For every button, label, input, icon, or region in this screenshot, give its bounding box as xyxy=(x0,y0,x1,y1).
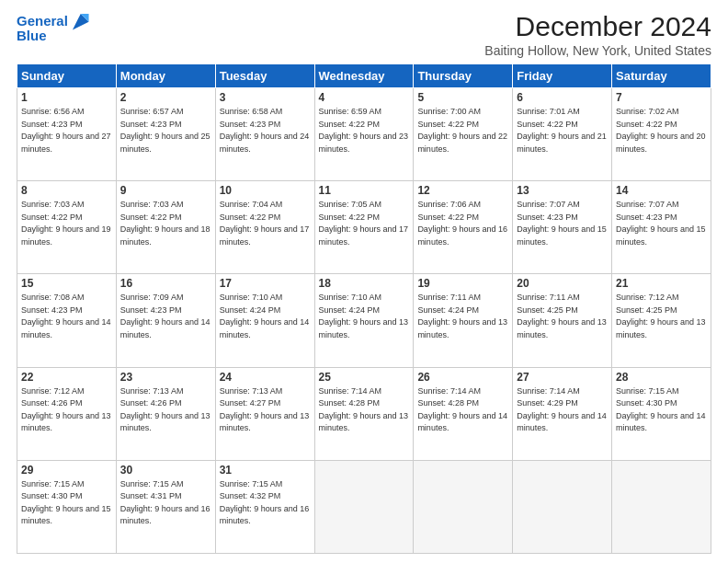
day-number: 10 xyxy=(220,184,311,197)
calendar-cell: 18Sunrise: 7:10 AMSunset: 4:24 PMDayligh… xyxy=(314,274,414,367)
calendar-table: SundayMondayTuesdayWednesdayThursdayFrid… xyxy=(17,63,711,554)
calendar-cell: 5Sunrise: 7:00 AMSunset: 4:22 PMDaylight… xyxy=(414,88,513,181)
calendar-cell: 16Sunrise: 7:09 AMSunset: 4:23 PMDayligh… xyxy=(116,274,215,367)
title-block: December 2024 Baiting Hollow, New York, … xyxy=(484,11,711,58)
day-info: Sunrise: 7:10 AMSunset: 4:24 PMDaylight:… xyxy=(319,292,410,341)
day-number: 3 xyxy=(220,91,311,104)
main-title: December 2024 xyxy=(484,11,711,41)
day-info: Sunrise: 7:15 AMSunset: 4:30 PMDaylight:… xyxy=(616,385,707,435)
calendar-cell: 4Sunrise: 6:59 AMSunset: 4:22 PMDaylight… xyxy=(314,88,414,181)
day-info: Sunrise: 6:59 AMSunset: 4:22 PMDaylight:… xyxy=(319,106,410,155)
day-info: Sunrise: 7:11 AMSunset: 4:24 PMDaylight:… xyxy=(417,292,508,341)
col-header-tuesday: Tuesday xyxy=(215,64,314,88)
day-number: 22 xyxy=(21,371,112,384)
calendar-cell: 22Sunrise: 7:12 AMSunset: 4:26 PMDayligh… xyxy=(17,367,117,460)
day-info: Sunrise: 7:15 AMSunset: 4:30 PMDaylight:… xyxy=(21,478,112,528)
calendar-cell: 15Sunrise: 7:08 AMSunset: 4:23 PMDayligh… xyxy=(17,274,117,367)
logo: General Blue xyxy=(17,11,90,44)
col-header-friday: Friday xyxy=(513,64,612,88)
day-number: 19 xyxy=(417,277,508,290)
calendar-cell: 17Sunrise: 7:10 AMSunset: 4:24 PMDayligh… xyxy=(215,274,314,367)
day-info: Sunrise: 7:03 AMSunset: 4:22 PMDaylight:… xyxy=(21,199,112,248)
calendar-cell: 8Sunrise: 7:03 AMSunset: 4:22 PMDaylight… xyxy=(17,181,117,274)
col-header-sunday: Sunday xyxy=(17,64,117,88)
day-info: Sunrise: 7:15 AMSunset: 4:32 PMDaylight:… xyxy=(220,478,311,528)
header: General Blue December 2024 Baiting Hollo… xyxy=(17,11,711,58)
day-info: Sunrise: 7:02 AMSunset: 4:22 PMDaylight:… xyxy=(616,106,707,155)
calendar-cell: 3Sunrise: 6:58 AMSunset: 4:23 PMDaylight… xyxy=(215,88,314,181)
day-number: 13 xyxy=(517,184,608,197)
col-header-wednesday: Wednesday xyxy=(314,64,414,88)
day-info: Sunrise: 7:14 AMSunset: 4:28 PMDaylight:… xyxy=(319,385,410,435)
day-number: 26 xyxy=(417,371,508,384)
day-number: 8 xyxy=(21,184,112,197)
day-info: Sunrise: 7:06 AMSunset: 4:22 PMDaylight:… xyxy=(417,199,508,248)
calendar-cell: 7Sunrise: 7:02 AMSunset: 4:22 PMDaylight… xyxy=(612,88,711,181)
calendar-cell: 2Sunrise: 6:57 AMSunset: 4:23 PMDaylight… xyxy=(116,88,215,181)
day-number: 24 xyxy=(220,371,311,384)
day-number: 21 xyxy=(616,277,707,290)
day-number: 25 xyxy=(319,371,410,384)
day-number: 28 xyxy=(616,371,707,384)
day-number: 18 xyxy=(319,277,410,290)
calendar-cell: 26Sunrise: 7:14 AMSunset: 4:28 PMDayligh… xyxy=(414,367,513,460)
day-info: Sunrise: 7:13 AMSunset: 4:26 PMDaylight:… xyxy=(120,385,211,435)
day-number: 12 xyxy=(417,184,508,197)
day-info: Sunrise: 7:07 AMSunset: 4:23 PMDaylight:… xyxy=(517,199,608,248)
calendar-cell: 11Sunrise: 7:05 AMSunset: 4:22 PMDayligh… xyxy=(314,181,414,274)
day-info: Sunrise: 7:15 AMSunset: 4:31 PMDaylight:… xyxy=(120,478,211,528)
col-header-monday: Monday xyxy=(116,64,215,88)
calendar-cell: 30Sunrise: 7:15 AMSunset: 4:31 PMDayligh… xyxy=(116,460,215,553)
day-info: Sunrise: 7:14 AMSunset: 4:29 PMDaylight:… xyxy=(517,385,608,435)
day-number: 27 xyxy=(517,371,608,384)
calendar-cell: 27Sunrise: 7:14 AMSunset: 4:29 PMDayligh… xyxy=(513,367,612,460)
calendar-cell: 1Sunrise: 6:56 AMSunset: 4:23 PMDaylight… xyxy=(17,88,117,181)
calendar-cell: 13Sunrise: 7:07 AMSunset: 4:23 PMDayligh… xyxy=(513,181,612,274)
calendar-cell xyxy=(513,460,612,553)
calendar-cell: 23Sunrise: 7:13 AMSunset: 4:26 PMDayligh… xyxy=(116,367,215,460)
day-number: 1 xyxy=(21,91,112,104)
calendar-cell: 9Sunrise: 7:03 AMSunset: 4:22 PMDaylight… xyxy=(116,181,215,274)
day-info: Sunrise: 7:01 AMSunset: 4:22 PMDaylight:… xyxy=(517,106,608,155)
calendar-cell xyxy=(314,460,414,553)
day-info: Sunrise: 6:57 AMSunset: 4:23 PMDaylight:… xyxy=(120,106,211,155)
day-number: 4 xyxy=(319,91,410,104)
day-number: 20 xyxy=(517,277,608,290)
calendar-cell: 24Sunrise: 7:13 AMSunset: 4:27 PMDayligh… xyxy=(215,367,314,460)
day-number: 15 xyxy=(21,277,112,290)
day-info: Sunrise: 7:10 AMSunset: 4:24 PMDaylight:… xyxy=(220,292,311,341)
day-info: Sunrise: 7:03 AMSunset: 4:22 PMDaylight:… xyxy=(120,199,211,248)
day-info: Sunrise: 7:07 AMSunset: 4:23 PMDaylight:… xyxy=(616,199,707,248)
day-number: 29 xyxy=(21,464,112,477)
day-info: Sunrise: 7:05 AMSunset: 4:22 PMDaylight:… xyxy=(319,199,410,248)
day-number: 14 xyxy=(616,184,707,197)
day-info: Sunrise: 6:56 AMSunset: 4:23 PMDaylight:… xyxy=(21,106,112,155)
day-number: 9 xyxy=(120,184,211,197)
day-number: 7 xyxy=(616,91,707,104)
day-info: Sunrise: 7:04 AMSunset: 4:22 PMDaylight:… xyxy=(220,199,311,248)
day-number: 6 xyxy=(517,91,608,104)
calendar-cell: 29Sunrise: 7:15 AMSunset: 4:30 PMDayligh… xyxy=(17,460,117,553)
day-number: 31 xyxy=(220,464,311,477)
day-number: 30 xyxy=(120,464,211,477)
calendar-cell: 21Sunrise: 7:12 AMSunset: 4:25 PMDayligh… xyxy=(612,274,711,367)
calendar-cell xyxy=(612,460,711,553)
day-info: Sunrise: 7:12 AMSunset: 4:25 PMDaylight:… xyxy=(616,292,707,341)
day-number: 5 xyxy=(417,91,508,104)
calendar-cell: 12Sunrise: 7:06 AMSunset: 4:22 PMDayligh… xyxy=(414,181,513,274)
day-info: Sunrise: 7:14 AMSunset: 4:28 PMDaylight:… xyxy=(417,385,508,435)
day-number: 16 xyxy=(120,277,211,290)
day-number: 23 xyxy=(120,371,211,384)
calendar-cell: 20Sunrise: 7:11 AMSunset: 4:25 PMDayligh… xyxy=(513,274,612,367)
page: General Blue December 2024 Baiting Hollo… xyxy=(0,0,728,563)
calendar-cell: 25Sunrise: 7:14 AMSunset: 4:28 PMDayligh… xyxy=(314,367,414,460)
calendar-cell: 10Sunrise: 7:04 AMSunset: 4:22 PMDayligh… xyxy=(215,181,314,274)
calendar-cell: 14Sunrise: 7:07 AMSunset: 4:23 PMDayligh… xyxy=(612,181,711,274)
day-info: Sunrise: 6:58 AMSunset: 4:23 PMDaylight:… xyxy=(220,106,311,155)
logo-icon xyxy=(70,11,90,31)
day-info: Sunrise: 7:09 AMSunset: 4:23 PMDaylight:… xyxy=(120,292,211,341)
subtitle: Baiting Hollow, New York, United States xyxy=(484,43,711,58)
day-info: Sunrise: 7:08 AMSunset: 4:23 PMDaylight:… xyxy=(21,292,112,341)
day-number: 17 xyxy=(220,277,311,290)
day-number: 11 xyxy=(319,184,410,197)
